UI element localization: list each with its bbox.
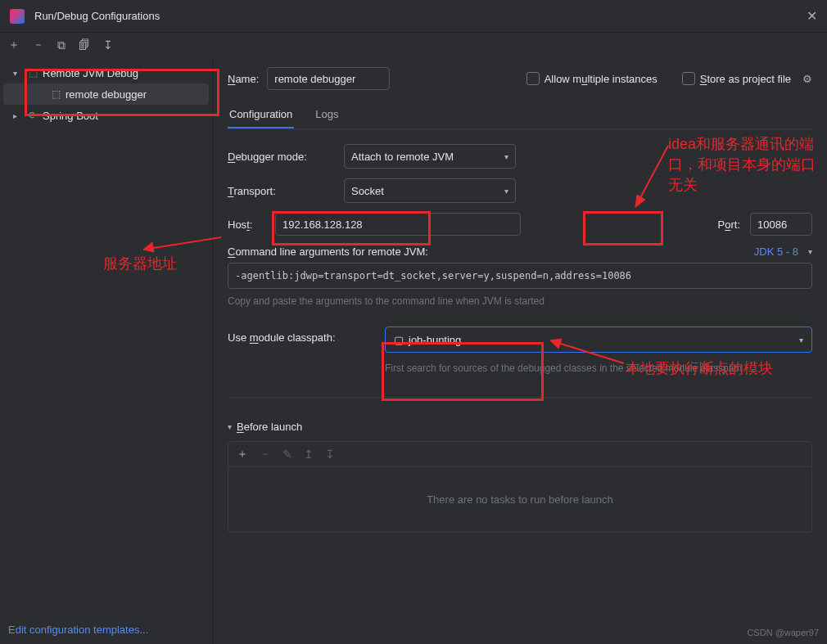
before-launch-label: Before launch xyxy=(237,421,302,433)
debugger-mode-value: Attach to remote JVM xyxy=(351,151,454,163)
remote-debug-icon: ⬚ xyxy=(49,88,62,100)
chevron-down-icon: ▾ xyxy=(504,152,508,161)
tab-logs[interactable]: Logs xyxy=(314,101,340,128)
debugger-mode-label: Debugger mode: xyxy=(228,151,334,163)
transport-value: Socket xyxy=(351,185,384,197)
chevron-down-icon: ▾ xyxy=(228,422,232,431)
main-panel: Name: Allow multiple instances Store as … xyxy=(213,57,827,644)
jdk-version-select[interactable]: JDK 5 - 8 ▾ xyxy=(754,245,812,258)
chevron-down-icon: ▾ xyxy=(799,336,803,345)
copy-config-icon[interactable]: ⧉ xyxy=(57,38,66,52)
module-hint: First search for sources of the debugged… xyxy=(385,363,812,374)
move-up-icon: ↥ xyxy=(304,447,314,462)
tree-node-spring-boot[interactable]: ▸ ⟳ Spring Boot xyxy=(3,105,209,126)
checkbox-icon xyxy=(526,72,540,85)
transport-label: Transport: xyxy=(228,185,334,197)
tab-configuration[interactable]: Configuration xyxy=(228,101,294,128)
remove-task-icon: － xyxy=(260,447,271,462)
window-title: Run/Debug Configurations xyxy=(34,10,807,22)
store-project-checkbox[interactable]: Store as project file xyxy=(682,72,791,85)
title-bar: Run/Debug Configurations ✕ xyxy=(0,0,827,33)
port-label: Port: xyxy=(718,218,740,231)
config-tree: ▾ ⬚ Remote JVM Debug ⬚ remote debugger ▸… xyxy=(0,57,213,644)
tree-label: Remote JVM Debug xyxy=(43,67,138,79)
sort-config-icon[interactable]: ↧ xyxy=(103,38,113,52)
port-input[interactable] xyxy=(750,213,812,236)
cmd-args-label: Command line arguments for remote JVM: xyxy=(228,245,428,258)
spring-boot-icon: ⟳ xyxy=(26,110,39,121)
tree-node-remote-debugger[interactable]: ⬚ remote debugger xyxy=(3,83,209,105)
allow-multiple-checkbox[interactable]: Allow multiple instances xyxy=(526,72,658,85)
remote-debug-icon: ⬚ xyxy=(26,67,39,79)
chevron-down-icon: ▾ xyxy=(13,69,23,78)
debugger-mode-select[interactable]: Attach to remote JVM ▾ xyxy=(344,144,516,169)
add-task-icon[interactable]: ＋ xyxy=(237,447,248,462)
save-config-icon[interactable]: 🗐 xyxy=(79,38,90,52)
name-input[interactable] xyxy=(267,67,390,90)
before-launch-toolbar: ＋ － ✎ ↥ ↧ xyxy=(228,441,812,467)
divider xyxy=(228,397,812,398)
checkbox-icon xyxy=(682,72,695,85)
name-label: Name: xyxy=(228,73,259,85)
jdk-version-value: JDK 5 - 8 xyxy=(754,245,798,258)
tree-toolbar: ＋ － ⧉ 🗐 ↧ xyxy=(0,33,827,57)
cmd-args-hint: Copy and paste the arguments to the comm… xyxy=(228,295,812,307)
before-launch-section[interactable]: ▾ Before launch xyxy=(228,421,812,433)
edit-task-icon: ✎ xyxy=(282,447,292,462)
folder-icon: ▢ xyxy=(394,334,404,346)
tabs: Configuration Logs xyxy=(228,101,812,129)
before-launch-body: There are no tasks to run before launch xyxy=(228,467,812,533)
chevron-down-icon: ▾ xyxy=(504,187,508,196)
chevron-down-icon: ▾ xyxy=(808,247,812,256)
app-icon xyxy=(10,9,25,24)
host-input[interactable] xyxy=(275,213,521,236)
move-down-icon: ↧ xyxy=(325,447,335,462)
close-icon[interactable]: ✕ xyxy=(807,10,817,23)
tree-node-remote-jvm[interactable]: ▾ ⬚ Remote JVM Debug xyxy=(3,62,209,83)
gear-icon[interactable]: ⚙ xyxy=(802,73,812,85)
store-project-label: Store as project file xyxy=(700,73,791,85)
chevron-right-icon: ▸ xyxy=(13,111,23,120)
tree-label: remote debugger xyxy=(66,88,147,101)
edit-templates-link[interactable]: Edit configuration templates... xyxy=(8,624,148,636)
tree-label: Spring Boot xyxy=(43,110,98,122)
watermark: CSDN @waper97 xyxy=(747,628,819,637)
cmd-args-field[interactable]: -agentlib:jdwp=transport=dt_socket,serve… xyxy=(228,263,812,289)
module-value: job-hunting xyxy=(409,334,461,346)
module-classpath-label: Use module classpath: xyxy=(228,327,375,344)
remove-config-icon[interactable]: － xyxy=(33,38,44,52)
add-config-icon[interactable]: ＋ xyxy=(8,38,20,52)
transport-select[interactable]: Socket ▾ xyxy=(344,178,516,203)
module-classpath-select[interactable]: ▢ job-hunting ▾ xyxy=(385,327,812,353)
allow-multiple-label: Allow multiple instances xyxy=(545,73,658,85)
host-label: Host: xyxy=(228,218,265,231)
